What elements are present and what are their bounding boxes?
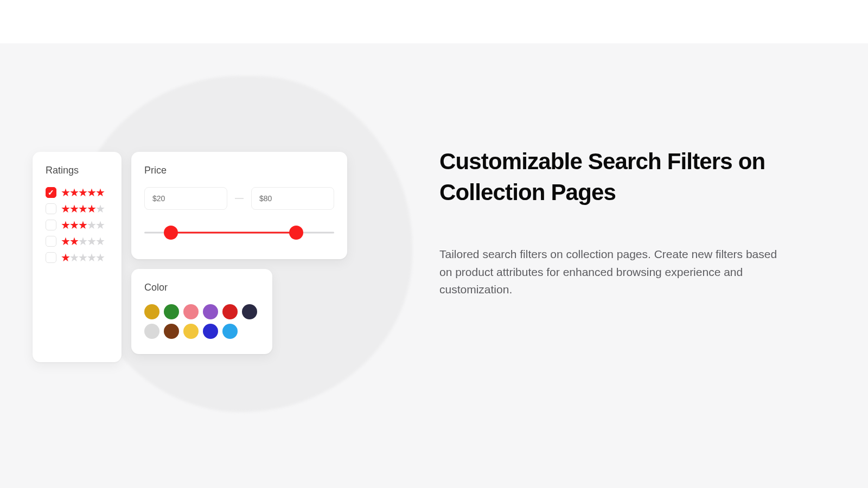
rating-stars: ★★★★★ — [61, 236, 104, 247]
rating-checkbox[interactable] — [46, 236, 56, 247]
star-icon: ★ — [95, 236, 105, 247]
price-range-dash — [235, 198, 244, 199]
rating-stars: ★★★★★ — [61, 187, 104, 198]
color-title: Color — [144, 282, 259, 293]
color-swatch[interactable] — [164, 324, 179, 339]
price-max-input[interactable]: $80 — [251, 187, 334, 210]
star-icon: ★ — [95, 252, 105, 263]
rating-checkbox[interactable] — [46, 252, 56, 263]
color-swatch[interactable] — [242, 304, 257, 319]
star-icon: ★ — [95, 187, 105, 198]
top-whitespace — [0, 0, 868, 43]
ratings-filter-card: Ratings ★★★★★★★★★★★★★★★★★★★★★★★★★ — [33, 152, 122, 362]
color-filter-card: Color — [131, 269, 272, 354]
rating-stars: ★★★★★ — [61, 203, 104, 214]
rating-checkbox[interactable] — [46, 187, 56, 198]
color-swatch[interactable] — [203, 324, 218, 339]
ratings-title: Ratings — [46, 165, 108, 176]
price-inputs: $20 $80 — [144, 187, 334, 210]
color-swatch[interactable] — [222, 324, 238, 339]
marketing-copy: Customizable Search Filters on Collectio… — [439, 146, 787, 299]
color-swatches — [144, 304, 258, 339]
rating-row-2-star[interactable]: ★★★★★ — [46, 236, 108, 247]
color-swatch[interactable] — [164, 304, 179, 319]
star-icon: ★ — [95, 220, 105, 230]
price-title: Price — [144, 165, 334, 176]
price-slider[interactable] — [144, 226, 334, 239]
hero-section: Ratings ★★★★★★★★★★★★★★★★★★★★★★★★★ Price … — [0, 43, 868, 488]
rating-stars: ★★★★★ — [61, 252, 104, 263]
rating-row-5-star[interactable]: ★★★★★ — [46, 187, 108, 198]
color-swatch[interactable] — [203, 304, 218, 319]
color-swatch[interactable] — [183, 304, 199, 319]
price-min-input[interactable]: $20 — [144, 187, 227, 210]
price-filter-card: Price $20 $80 — [131, 152, 347, 259]
headline: Customizable Search Filters on Collectio… — [439, 146, 787, 208]
color-swatch[interactable] — [222, 304, 238, 319]
body-text: Tailored search filters on collection pa… — [439, 246, 787, 299]
color-swatch[interactable] — [144, 304, 159, 319]
rating-row-4-star[interactable]: ★★★★★ — [46, 203, 108, 214]
color-swatch[interactable] — [144, 324, 159, 339]
rating-row-1-star[interactable]: ★★★★★ — [46, 252, 108, 263]
slider-fill — [171, 232, 296, 234]
slider-handle-max[interactable] — [289, 226, 303, 240]
rating-stars: ★★★★★ — [61, 220, 104, 230]
filter-cards-group: Ratings ★★★★★★★★★★★★★★★★★★★★★★★★★ Price … — [33, 152, 347, 362]
color-swatch[interactable] — [183, 324, 199, 339]
slider-handle-min[interactable] — [164, 226, 178, 240]
rating-checkbox[interactable] — [46, 220, 56, 230]
star-icon: ★ — [95, 203, 105, 214]
rating-checkbox[interactable] — [46, 203, 56, 214]
rating-row-3-star[interactable]: ★★★★★ — [46, 220, 108, 230]
